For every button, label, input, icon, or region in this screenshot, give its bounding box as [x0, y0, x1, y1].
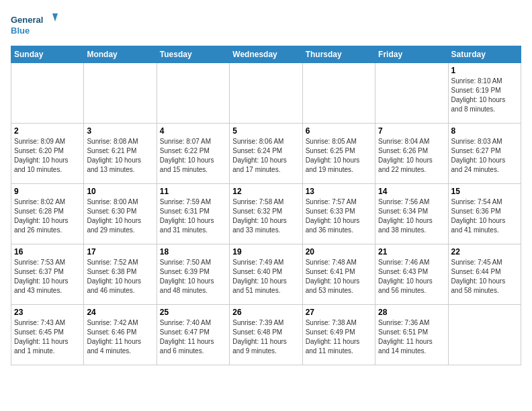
- calendar-cell: 9Sunrise: 8:02 AM Sunset: 6:28 PM Daylig…: [11, 184, 84, 244]
- day-number: 19: [232, 247, 299, 257]
- calendar-cell: 28Sunrise: 7:36 AM Sunset: 6:51 PM Dayli…: [375, 305, 448, 365]
- day-info: Sunrise: 8:08 AM Sunset: 6:21 PM Dayligh…: [87, 137, 153, 175]
- weekday-header: Monday: [84, 46, 157, 63]
- day-number: 2: [14, 126, 81, 136]
- day-number: 23: [14, 308, 81, 317]
- calendar-cell: 16Sunrise: 7:53 AM Sunset: 6:37 PM Dayli…: [11, 244, 84, 305]
- day-info: Sunrise: 8:00 AM Sunset: 6:30 PM Dayligh…: [87, 197, 153, 235]
- calendar-cell: 11Sunrise: 7:59 AM Sunset: 6:31 PM Dayli…: [157, 184, 229, 244]
- day-info: Sunrise: 8:06 AM Sunset: 6:24 PM Dayligh…: [232, 137, 299, 175]
- calendar-cell: 18Sunrise: 7:50 AM Sunset: 6:39 PM Dayli…: [157, 244, 229, 305]
- day-number: 4: [160, 126, 226, 136]
- calendar-cell: 20Sunrise: 7:48 AM Sunset: 6:41 PM Dayli…: [302, 244, 375, 305]
- day-info: Sunrise: 7:45 AM Sunset: 6:44 PM Dayligh…: [451, 258, 518, 295]
- day-info: Sunrise: 7:39 AM Sunset: 6:48 PM Dayligh…: [232, 318, 299, 356]
- day-number: 20: [306, 247, 372, 257]
- calendar-cell: 26Sunrise: 7:39 AM Sunset: 6:48 PM Dayli…: [230, 305, 302, 365]
- calendar-week-row: 1Sunrise: 8:10 AM Sunset: 6:19 PM Daylig…: [11, 63, 521, 124]
- day-info: Sunrise: 8:02 AM Sunset: 6:28 PM Dayligh…: [14, 197, 81, 235]
- calendar-week-row: 16Sunrise: 7:53 AM Sunset: 6:37 PM Dayli…: [11, 244, 521, 305]
- svg-text:General: General: [11, 15, 43, 25]
- day-info: Sunrise: 7:43 AM Sunset: 6:45 PM Dayligh…: [14, 318, 81, 356]
- day-number: 14: [378, 187, 445, 196]
- day-info: Sunrise: 8:05 AM Sunset: 6:25 PM Dayligh…: [306, 137, 372, 175]
- logo-svg: General Blue: [11, 11, 58, 38]
- calendar-cell: 4Sunrise: 8:07 AM Sunset: 6:22 PM Daylig…: [157, 124, 229, 184]
- day-info: Sunrise: 8:03 AM Sunset: 6:27 PM Dayligh…: [451, 137, 518, 175]
- day-info: Sunrise: 8:07 AM Sunset: 6:22 PM Dayligh…: [160, 137, 226, 175]
- day-number: 26: [232, 308, 299, 317]
- calendar-cell: 8Sunrise: 8:03 AM Sunset: 6:27 PM Daylig…: [448, 124, 521, 184]
- calendar-cell: 3Sunrise: 8:08 AM Sunset: 6:21 PM Daylig…: [84, 124, 157, 184]
- day-info: Sunrise: 7:58 AM Sunset: 6:32 PM Dayligh…: [232, 197, 299, 235]
- day-info: Sunrise: 7:59 AM Sunset: 6:31 PM Dayligh…: [160, 197, 226, 235]
- calendar-cell: [375, 63, 448, 124]
- calendar-cell: 23Sunrise: 7:43 AM Sunset: 6:45 PM Dayli…: [11, 305, 84, 365]
- day-number: 12: [232, 187, 299, 196]
- day-info: Sunrise: 7:52 AM Sunset: 6:38 PM Dayligh…: [87, 258, 153, 295]
- day-info: Sunrise: 8:09 AM Sunset: 6:20 PM Dayligh…: [14, 137, 81, 175]
- calendar-cell: 21Sunrise: 7:46 AM Sunset: 6:43 PM Dayli…: [375, 244, 448, 305]
- weekday-header: Thursday: [302, 46, 375, 63]
- calendar-cell: [11, 63, 84, 124]
- logo: General Blue: [11, 11, 58, 38]
- weekday-header-row: SundayMondayTuesdayWednesdayThursdayFrid…: [11, 46, 521, 63]
- calendar-cell: [302, 63, 375, 124]
- calendar-cell: 17Sunrise: 7:52 AM Sunset: 6:38 PM Dayli…: [84, 244, 157, 305]
- calendar-week-row: 9Sunrise: 8:02 AM Sunset: 6:28 PM Daylig…: [11, 184, 521, 244]
- weekday-header: Saturday: [448, 46, 521, 63]
- calendar-cell: 24Sunrise: 7:42 AM Sunset: 6:46 PM Dayli…: [84, 305, 157, 365]
- day-number: 22: [451, 247, 518, 257]
- calendar-cell: 27Sunrise: 7:38 AM Sunset: 6:49 PM Dayli…: [302, 305, 375, 365]
- day-number: 16: [14, 247, 81, 257]
- calendar-cell: 13Sunrise: 7:57 AM Sunset: 6:33 PM Dayli…: [302, 184, 375, 244]
- day-number: 18: [160, 247, 226, 257]
- weekday-header: Friday: [375, 46, 448, 63]
- day-number: 27: [306, 308, 372, 317]
- day-info: Sunrise: 7:56 AM Sunset: 6:34 PM Dayligh…: [378, 197, 445, 235]
- day-number: 24: [87, 308, 153, 317]
- day-number: 1: [451, 66, 518, 75]
- calendar-cell: [157, 63, 229, 124]
- calendar-cell: 2Sunrise: 8:09 AM Sunset: 6:20 PM Daylig…: [11, 124, 84, 184]
- calendar-cell: 6Sunrise: 8:05 AM Sunset: 6:25 PM Daylig…: [302, 124, 375, 184]
- calendar-cell: 19Sunrise: 7:49 AM Sunset: 6:40 PM Dayli…: [230, 244, 302, 305]
- day-info: Sunrise: 7:38 AM Sunset: 6:49 PM Dayligh…: [306, 318, 372, 356]
- day-info: Sunrise: 7:50 AM Sunset: 6:39 PM Dayligh…: [160, 258, 226, 295]
- day-number: 21: [378, 247, 445, 257]
- day-info: Sunrise: 8:10 AM Sunset: 6:19 PM Dayligh…: [451, 77, 518, 114]
- day-number: 10: [87, 187, 153, 196]
- day-info: Sunrise: 7:54 AM Sunset: 6:36 PM Dayligh…: [451, 197, 518, 235]
- calendar-cell: 14Sunrise: 7:56 AM Sunset: 6:34 PM Dayli…: [375, 184, 448, 244]
- calendar-cell: [84, 63, 157, 124]
- day-number: 25: [160, 308, 226, 317]
- weekday-header: Sunday: [11, 46, 84, 63]
- day-info: Sunrise: 8:04 AM Sunset: 6:26 PM Dayligh…: [378, 137, 445, 175]
- day-number: 15: [451, 187, 518, 196]
- calendar-cell: 15Sunrise: 7:54 AM Sunset: 6:36 PM Dayli…: [448, 184, 521, 244]
- calendar-week-row: 2Sunrise: 8:09 AM Sunset: 6:20 PM Daylig…: [11, 124, 521, 184]
- day-number: 6: [306, 126, 372, 136]
- day-number: 28: [378, 308, 445, 317]
- day-info: Sunrise: 7:36 AM Sunset: 6:51 PM Dayligh…: [378, 318, 445, 356]
- day-info: Sunrise: 7:46 AM Sunset: 6:43 PM Dayligh…: [378, 258, 445, 295]
- calendar-cell: 10Sunrise: 8:00 AM Sunset: 6:30 PM Dayli…: [84, 184, 157, 244]
- day-number: 11: [160, 187, 226, 196]
- calendar-cell: 5Sunrise: 8:06 AM Sunset: 6:24 PM Daylig…: [230, 124, 302, 184]
- day-number: 5: [232, 126, 299, 136]
- calendar-cell: 22Sunrise: 7:45 AM Sunset: 6:44 PM Dayli…: [448, 244, 521, 305]
- day-number: 7: [378, 126, 445, 136]
- calendar-cell: 25Sunrise: 7:40 AM Sunset: 6:47 PM Dayli…: [157, 305, 229, 365]
- day-info: Sunrise: 7:48 AM Sunset: 6:41 PM Dayligh…: [306, 258, 372, 295]
- calendar-cell: 1Sunrise: 8:10 AM Sunset: 6:19 PM Daylig…: [448, 63, 521, 124]
- svg-marker-2: [52, 13, 58, 21]
- day-info: Sunrise: 7:57 AM Sunset: 6:33 PM Dayligh…: [306, 197, 372, 235]
- day-number: 9: [14, 187, 81, 196]
- day-info: Sunrise: 7:42 AM Sunset: 6:46 PM Dayligh…: [87, 318, 153, 356]
- calendar-week-row: 23Sunrise: 7:43 AM Sunset: 6:45 PM Dayli…: [11, 305, 521, 365]
- calendar-cell: [448, 305, 521, 365]
- calendar-table: SundayMondayTuesdayWednesdayThursdayFrid…: [11, 46, 521, 365]
- day-info: Sunrise: 7:53 AM Sunset: 6:37 PM Dayligh…: [14, 258, 81, 295]
- day-number: 17: [87, 247, 153, 257]
- day-number: 8: [451, 126, 518, 136]
